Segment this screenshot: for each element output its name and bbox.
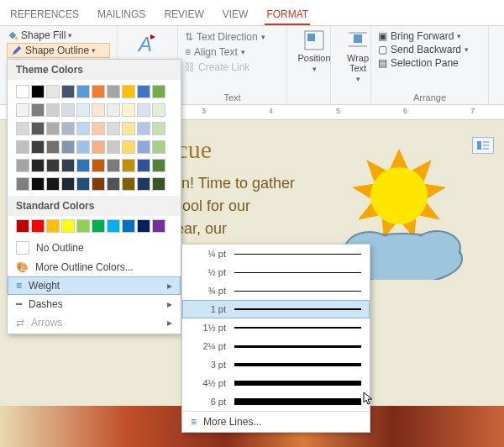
color-swatch[interactable] — [46, 219, 60, 233]
color-swatch[interactable] — [31, 103, 45, 117]
color-swatch[interactable] — [46, 85, 60, 98]
color-swatch[interactable] — [31, 140, 45, 154]
weight-6pt[interactable]: 6 pt — [182, 392, 370, 411]
bring-forward-button[interactable]: ▣Bring Forward▾ — [378, 30, 481, 42]
color-swatch[interactable] — [137, 177, 150, 191]
color-swatch[interactable] — [76, 122, 90, 135]
align-text-button[interactable]: ≡Align Text▾ — [185, 46, 280, 58]
color-swatch[interactable] — [92, 159, 105, 172]
color-swatch[interactable] — [152, 122, 165, 135]
weight-item[interactable]: ≡Weight▸ — [8, 276, 181, 295]
color-swatch[interactable] — [152, 177, 165, 191]
color-swatch[interactable] — [61, 219, 75, 233]
color-swatch[interactable] — [152, 159, 165, 172]
dashes-item[interactable]: ┅Dashes▸ — [8, 295, 181, 313]
color-swatch[interactable] — [76, 219, 90, 233]
color-swatch[interactable] — [122, 85, 135, 98]
color-swatch[interactable] — [61, 103, 75, 117]
shape-outline-button[interactable]: Shape Outline▾ — [7, 43, 110, 58]
weight-1pt[interactable]: 1 pt — [182, 300, 370, 318]
color-swatch[interactable] — [16, 85, 29, 98]
no-outline-item[interactable]: No Outline — [8, 238, 181, 258]
layout-options-button[interactable] — [472, 137, 494, 154]
color-swatch[interactable] — [107, 140, 120, 154]
color-swatch[interactable] — [31, 219, 45, 233]
color-swatch[interactable] — [107, 103, 120, 117]
color-swatch[interactable] — [31, 159, 45, 172]
color-swatch[interactable] — [122, 159, 135, 172]
color-swatch[interactable] — [46, 122, 60, 135]
color-swatch[interactable] — [76, 103, 90, 117]
more-lines-item[interactable]: ≡More Lines... — [182, 411, 370, 432]
color-swatch[interactable] — [16, 140, 29, 154]
color-swatch[interactable] — [107, 177, 120, 191]
color-swatch[interactable] — [61, 159, 75, 172]
text-direction-button[interactable]: ⇅Text Direction▾ — [185, 31, 280, 43]
color-swatch[interactable] — [137, 140, 150, 154]
color-swatch[interactable] — [107, 159, 120, 172]
color-swatch[interactable] — [76, 140, 90, 154]
color-swatch[interactable] — [122, 219, 135, 233]
color-swatch[interactable] — [61, 177, 75, 191]
tab-mailings[interactable]: MAILINGS — [96, 5, 147, 25]
color-swatch[interactable] — [92, 219, 105, 233]
color-swatch[interactable] — [137, 159, 150, 172]
color-swatch[interactable] — [46, 159, 60, 172]
more-outline-colors-item[interactable]: 🎨More Outline Colors... — [8, 258, 181, 276]
color-swatch[interactable] — [76, 85, 90, 98]
color-swatch[interactable] — [92, 122, 105, 135]
tab-format[interactable]: FORMAT — [265, 5, 310, 25]
color-swatch[interactable] — [92, 85, 105, 98]
weight-075pt[interactable]: ¾ pt — [182, 281, 370, 300]
tab-view[interactable]: VIEW — [221, 5, 250, 25]
shape-fill-button[interactable]: Shape Fill▾ — [7, 29, 110, 41]
color-swatch[interactable] — [137, 103, 150, 117]
color-swatch[interactable] — [31, 122, 45, 135]
color-swatch[interactable] — [92, 177, 105, 191]
color-swatch[interactable] — [31, 177, 45, 191]
color-swatch[interactable] — [122, 122, 135, 135]
color-swatch[interactable] — [16, 159, 29, 172]
tab-references[interactable]: REFERENCES — [8, 5, 81, 25]
color-swatch[interactable] — [122, 103, 135, 117]
weight-05pt[interactable]: ½ pt — [182, 263, 370, 281]
color-swatch[interactable] — [61, 140, 75, 154]
color-swatch[interactable] — [76, 177, 90, 191]
color-swatch[interactable] — [137, 219, 150, 233]
color-swatch[interactable] — [137, 122, 150, 135]
color-swatch[interactable] — [16, 103, 29, 117]
weight-3pt[interactable]: 3 pt — [182, 355, 370, 374]
color-swatch[interactable] — [122, 177, 135, 191]
color-swatch[interactable] — [152, 85, 165, 98]
quick-styles-icon[interactable]: A — [134, 29, 162, 58]
weight-025pt[interactable]: ¼ pt — [182, 245, 370, 263]
color-swatch[interactable] — [76, 159, 90, 172]
color-swatch[interactable] — [92, 140, 105, 154]
tab-review[interactable]: REVIEW — [162, 5, 205, 25]
send-backward-button[interactable]: ▢Send Backward▾ — [378, 44, 481, 55]
color-swatch[interactable] — [61, 85, 75, 98]
color-swatch[interactable] — [31, 85, 45, 98]
color-swatch[interactable] — [137, 85, 150, 98]
color-swatch[interactable] — [107, 219, 120, 233]
position-button[interactable]: Position▾ — [294, 29, 334, 73]
color-swatch[interactable] — [92, 103, 105, 117]
color-swatch[interactable] — [152, 140, 165, 154]
color-swatch[interactable] — [107, 122, 120, 135]
color-swatch[interactable] — [152, 103, 165, 117]
weight-225pt[interactable]: 2¼ pt — [182, 337, 370, 355]
color-swatch[interactable] — [16, 219, 29, 233]
color-swatch[interactable] — [107, 85, 120, 98]
color-swatch[interactable] — [46, 177, 60, 191]
mouse-cursor — [363, 392, 376, 408]
color-swatch[interactable] — [16, 177, 29, 191]
weight-45pt[interactable]: 4½ pt — [182, 374, 370, 392]
color-swatch[interactable] — [46, 140, 60, 154]
weight-15pt[interactable]: 1½ pt — [182, 318, 370, 337]
color-swatch[interactable] — [61, 122, 75, 135]
color-swatch[interactable] — [122, 140, 135, 154]
selection-pane-button[interactable]: ▤Selection Pane — [378, 57, 481, 69]
color-swatch[interactable] — [46, 103, 60, 117]
color-swatch[interactable] — [152, 219, 165, 233]
color-swatch[interactable] — [16, 122, 29, 135]
